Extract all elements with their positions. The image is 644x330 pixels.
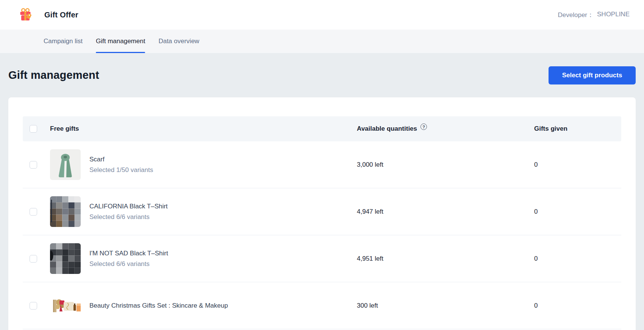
scarf-photo bbox=[50, 149, 81, 180]
product-name: Scarf bbox=[89, 155, 153, 163]
tab-gift-management[interactable]: Gift management bbox=[96, 30, 145, 53]
product-variants: Selected 6/6 variants bbox=[89, 260, 168, 268]
tab-data-overview[interactable]: Data overview bbox=[158, 30, 199, 53]
table-row: Beauty Christmas Gifts Set : Skincare & … bbox=[23, 282, 621, 329]
column-header-gifts-given: Gifts given bbox=[534, 125, 621, 133]
gifts-given-count: 0 bbox=[534, 255, 621, 263]
gift-table-card: Free gifts Available quantities ? Gifts … bbox=[8, 97, 636, 330]
table-row: CALIFORNIA Black T–Shirt Selected 6/6 va… bbox=[23, 188, 621, 235]
table-row: I'M NOT SAD Black T–Shirt Selected 6/6 v… bbox=[23, 235, 621, 282]
row-checkbox[interactable] bbox=[30, 208, 37, 216]
product-variants: Selected 1/50 variants bbox=[89, 166, 153, 174]
available-quantity: 3,000 left bbox=[357, 161, 534, 169]
page-header: Gift management Select gift products bbox=[0, 53, 644, 97]
table-row: Scarf Selected 1/50 variants 3,000 left … bbox=[23, 141, 621, 188]
app-header: Gift Offer Developer： SHOPLINE bbox=[0, 0, 644, 30]
column-header-free-gifts: Free gifts bbox=[50, 125, 357, 133]
available-quantity: 4,951 left bbox=[357, 255, 534, 263]
row-checkbox[interactable] bbox=[30, 255, 37, 263]
column-header-available-quantities: Available quantities ? bbox=[357, 125, 534, 133]
select-gift-products-button[interactable]: Select gift products bbox=[549, 66, 636, 84]
tab-bar: Campaign list Gift management Data overv… bbox=[0, 30, 644, 53]
gift-table: Free gifts Available quantities ? Gifts … bbox=[23, 116, 621, 329]
developer-label: Developer： bbox=[558, 11, 594, 19]
product-variants: Selected 6/6 variants bbox=[89, 213, 168, 221]
available-quantity: 4,947 left bbox=[357, 208, 534, 216]
select-all-checkbox[interactable] bbox=[30, 125, 37, 133]
product-name: CALIFORNIA Black T–Shirt bbox=[89, 202, 168, 210]
row-checkbox[interactable] bbox=[30, 161, 37, 169]
pixelated-dark-tshirt-photo bbox=[50, 243, 81, 274]
help-icon[interactable]: ? bbox=[420, 124, 427, 130]
product-name: Beauty Christmas Gifts Set : Skincare & … bbox=[89, 302, 228, 310]
gift-box-icon bbox=[18, 7, 33, 22]
row-checkbox[interactable] bbox=[30, 302, 37, 310]
app-title: Gift Offer bbox=[44, 11, 78, 19]
christmas-gift-set-photo bbox=[50, 294, 81, 317]
table-header-row: Free gifts Available quantities ? Gifts … bbox=[23, 116, 621, 141]
product-name: I'M NOT SAD Black T–Shirt bbox=[89, 249, 168, 257]
tab-campaign-list[interactable]: Campaign list bbox=[44, 30, 83, 53]
page-title: Gift management bbox=[8, 69, 99, 81]
gifts-given-count: 0 bbox=[534, 302, 621, 310]
gifts-given-count: 0 bbox=[534, 161, 621, 169]
gifts-given-count: 0 bbox=[534, 208, 621, 216]
pixelated-tshirt-photo bbox=[50, 196, 81, 227]
developer-name: SHOPLINE bbox=[597, 11, 630, 19]
developer-info: Developer： SHOPLINE bbox=[558, 11, 630, 19]
available-quantity: 300 left bbox=[357, 302, 534, 310]
